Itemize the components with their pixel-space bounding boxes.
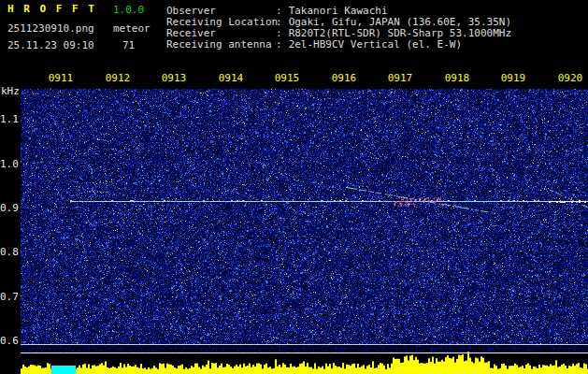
time-tick-label: 0914	[219, 73, 244, 84]
info-colon: :	[276, 38, 282, 50]
time-tick-label: 0919	[501, 73, 526, 84]
freq-tick-label: 1.1	[0, 114, 18, 125]
freq-tick-label: 0.6	[0, 336, 18, 347]
freq-tick-label: 0.9	[0, 203, 18, 214]
freq-tick-label: 0.7	[0, 292, 18, 303]
info-value-antenna: 2el-HB9CV Vertical (el. E-W)	[289, 38, 462, 50]
freq-tick-label: 0.8	[0, 247, 18, 258]
freq-tick-label: 1.0	[0, 159, 18, 170]
info-label-antenna: Receiving antenna	[166, 39, 276, 50]
datetime-label: 25.11.23 09:10	[7, 40, 94, 51]
app-title: H R O F F T	[7, 4, 96, 15]
time-tick-label: 0915	[275, 73, 300, 84]
time-tick-label: 0913	[162, 73, 187, 84]
filename-label: 2511230910.png	[7, 23, 94, 35]
spectrogram-panel: kHz 1.1 1.0 0.9 0.8 0.7 0.6 0911 0912 09…	[0, 64, 588, 374]
time-tick-label: 0911	[49, 73, 74, 84]
time-tick-label: 0916	[332, 73, 357, 84]
mode-label: meteor	[113, 23, 151, 35]
echo-count-label: 71	[122, 40, 135, 51]
spectrogram-canvas	[21, 89, 588, 374]
time-tick-label: 0920	[558, 73, 583, 84]
hrofft-output-image: { "app": { "title": "H R O F F T", "vers…	[0, 0, 588, 374]
app-version: 1.0.0	[113, 5, 144, 16]
info-row-antenna: Receiving antenna:2el-HB9CV Vertical (el…	[166, 39, 462, 50]
freq-axis-unit-label: kHz	[1, 86, 20, 97]
time-tick-label: 0912	[106, 73, 131, 84]
time-tick-label: 0918	[445, 73, 470, 84]
time-tick-label: 0917	[388, 73, 413, 84]
